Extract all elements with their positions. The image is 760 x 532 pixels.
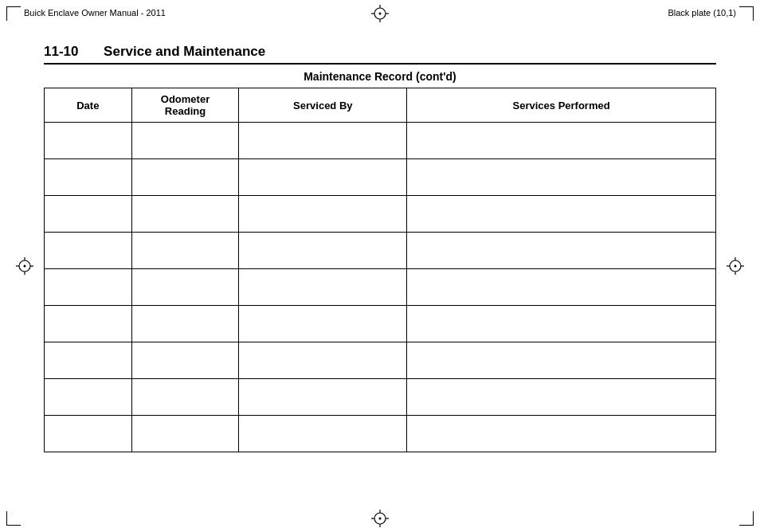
cell-odometer <box>131 342 239 379</box>
cell-odometer <box>131 233 239 269</box>
corner-mark-tl <box>6 6 21 21</box>
svg-point-23 <box>379 518 382 520</box>
table-row <box>45 342 716 379</box>
cell-services-performed <box>407 269 716 306</box>
cell-date <box>45 269 132 306</box>
header-right: Black plate (10,1) <box>668 8 736 18</box>
cell-services-performed <box>407 123 716 159</box>
table-title: Maintenance Record (cont'd) <box>44 70 716 83</box>
content-area: Maintenance Record (cont'd) Date Odomete… <box>44 70 716 452</box>
section-heading: 11-10 Service and Maintenance <box>44 44 716 65</box>
table-row <box>45 269 716 306</box>
cell-serviced-by <box>239 416 407 452</box>
cell-serviced-by <box>239 196 407 233</box>
cell-date <box>45 379 132 416</box>
cell-date <box>45 159 132 196</box>
svg-point-11 <box>24 265 26 268</box>
cell-date <box>45 306 132 342</box>
section-number: 11-10 <box>44 44 78 59</box>
col-header-date: Date <box>45 88 132 123</box>
crosshair-left <box>16 257 33 275</box>
cell-serviced-by <box>239 342 407 379</box>
table-row <box>45 123 716 159</box>
cell-serviced-by <box>239 159 407 196</box>
cell-serviced-by <box>239 123 407 159</box>
cell-services-performed <box>407 196 716 233</box>
corner-mark-tr <box>739 6 754 21</box>
cell-services-performed <box>407 379 716 416</box>
cell-services-performed <box>407 233 716 269</box>
cell-date <box>45 196 132 233</box>
cell-date <box>45 342 132 379</box>
svg-point-17 <box>735 265 737 268</box>
cell-services-performed <box>407 159 716 196</box>
cell-odometer <box>131 416 239 452</box>
cell-serviced-by <box>239 233 407 269</box>
cell-odometer <box>131 159 239 196</box>
corner-mark-br <box>739 511 754 526</box>
maintenance-table: Date OdometerReading Serviced By Service… <box>44 88 716 452</box>
cell-services-performed <box>407 416 716 452</box>
col-header-odometer: OdometerReading <box>131 88 239 123</box>
table-header-row: Date OdometerReading Serviced By Service… <box>45 88 716 123</box>
cell-date <box>45 416 132 452</box>
corner-mark-bl <box>6 511 21 526</box>
cell-serviced-by <box>239 379 407 416</box>
cell-date <box>45 233 132 269</box>
crosshair-right <box>727 257 744 275</box>
cell-odometer <box>131 306 239 342</box>
cell-services-performed <box>407 306 716 342</box>
section-title: Service and Maintenance <box>104 44 265 59</box>
table-row <box>45 196 716 233</box>
col-header-services-performed: Services Performed <box>407 88 716 123</box>
cell-serviced-by <box>239 306 407 342</box>
table-row <box>45 233 716 269</box>
table-row <box>45 416 716 452</box>
cell-serviced-by <box>239 269 407 306</box>
col-header-serviced-by: Serviced By <box>239 88 407 123</box>
cell-odometer <box>131 269 239 306</box>
table-row <box>45 159 716 196</box>
cell-odometer <box>131 196 239 233</box>
cell-odometer <box>131 123 239 159</box>
table-row <box>45 306 716 342</box>
page-header: Buick Enclave Owner Manual - 2011 Black … <box>24 8 736 18</box>
crosshair-bottom <box>371 510 389 527</box>
cell-services-performed <box>407 342 716 379</box>
cell-date <box>45 123 132 159</box>
header-left: Buick Enclave Owner Manual - 2011 <box>24 8 166 18</box>
cell-odometer <box>131 379 239 416</box>
table-row <box>45 379 716 416</box>
